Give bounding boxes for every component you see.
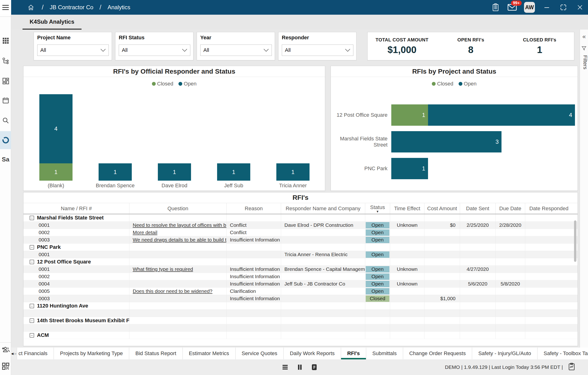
report-tab-safety-injury-gl-auto[interactable]: Safety - Injury/GL/Auto bbox=[472, 347, 537, 359]
column-header-date-responded[interactable]: Date Responded bbox=[525, 203, 573, 214]
table-group-row[interactable]: −PNC Park bbox=[23, 243, 578, 251]
stacked-column[interactable]: 1 bbox=[217, 163, 250, 181]
report-tab-submittals[interactable]: Submittals bbox=[366, 347, 403, 359]
table-row[interactable]: 0003We need drwgs details to be able to … bbox=[23, 236, 578, 243]
clipboard-icon[interactable] bbox=[491, 3, 500, 12]
kpi-value: $1,000 bbox=[388, 44, 416, 55]
add-user-icon[interactable] bbox=[0, 344, 11, 355]
apps-grid-icon[interactable] bbox=[0, 35, 11, 46]
open-segment[interactable]: 4 bbox=[428, 104, 575, 126]
messages-icon[interactable]: 99+ bbox=[507, 3, 517, 12]
year-dropdown[interactable]: All bbox=[200, 44, 272, 56]
report-tab-rfi-s[interactable]: RFI's bbox=[341, 347, 366, 359]
name-rfi-cell: −PNC Park bbox=[23, 243, 129, 251]
qr-code-icon[interactable] bbox=[0, 361, 11, 372]
column-header-date-sent[interactable]: Date Sent bbox=[460, 203, 495, 214]
open-segment[interactable]: 3 bbox=[391, 131, 502, 152]
collapse-group-icon[interactable]: − bbox=[30, 333, 34, 338]
rows-view-icon[interactable] bbox=[282, 364, 288, 370]
hamburger-menu-button[interactable] bbox=[0, 0, 11, 15]
breadcrumb-page[interactable]: Analytics bbox=[108, 4, 130, 11]
table-row[interactable]: 0002More detailConflictOpen bbox=[23, 229, 578, 236]
rfi-status-dropdown[interactable]: All bbox=[119, 44, 190, 56]
table-row[interactable]: 0002Insufficient InformationOpen bbox=[23, 273, 578, 280]
responder-cell bbox=[281, 236, 365, 243]
report-tab-bid-status-report[interactable]: Bid Status Report bbox=[129, 347, 182, 359]
report-log-icon[interactable] bbox=[568, 363, 575, 372]
stacked-column[interactable]: 1 bbox=[99, 163, 132, 181]
report-tab-daily-work-reports[interactable]: Daily Work Reports bbox=[284, 347, 341, 359]
funnel-icon[interactable] bbox=[581, 46, 587, 52]
analytics-active-icon[interactable] bbox=[0, 131, 11, 149]
column-header-cost-amount[interactable]: Cost Amount bbox=[424, 203, 460, 214]
table-row[interactable]: 0001What fitting type is requiredInsuffi… bbox=[23, 266, 578, 273]
table-row[interactable]: 0004Insufficient InformationJeff Sub - J… bbox=[23, 280, 578, 288]
dashboard-icon[interactable] bbox=[0, 76, 11, 86]
avatar[interactable]: AW bbox=[524, 2, 535, 13]
collapse-group-icon[interactable]: − bbox=[30, 304, 34, 308]
report-tab-projects-by-marketing-type[interactable]: Projects by Marketing Type bbox=[54, 347, 129, 359]
collapse-group-icon[interactable]: − bbox=[30, 245, 34, 250]
report-tab-ct-financials[interactable]: ct Financials bbox=[17, 347, 54, 359]
close-icon[interactable] bbox=[575, 3, 585, 12]
report-tab-safety-toolbox-talks-and-training-register[interactable]: Safety - Toolbox Talks and Training Regi… bbox=[537, 347, 588, 359]
sidebar-item-sa[interactable]: Sa bbox=[0, 156, 11, 163]
stacked-column[interactable]: 1 bbox=[158, 163, 191, 181]
column-header-status[interactable]: Status▼ bbox=[365, 203, 390, 214]
table-group-row[interactable]: −1120 Huntington Ave bbox=[23, 302, 578, 310]
responder-cell bbox=[281, 295, 365, 302]
time-effect-cell bbox=[390, 310, 424, 317]
collapse-group-icon[interactable]: − bbox=[30, 260, 34, 264]
time-effect-cell bbox=[390, 273, 424, 280]
question-cell bbox=[129, 280, 227, 287]
question-link[interactable]: What fitting type is required bbox=[133, 266, 193, 272]
page-tab-strip: K4Sub Analytics bbox=[11, 15, 588, 30]
columns-view-icon[interactable] bbox=[297, 364, 303, 370]
column-header-time-effect[interactable]: Time Effect bbox=[390, 203, 424, 214]
stacked-column[interactable]: 41 bbox=[39, 94, 73, 181]
filter-label: Responder bbox=[282, 35, 356, 41]
closed-segment[interactable]: 1 bbox=[391, 104, 428, 126]
table-group-row[interactable]: −14th Street Brooks Museum Exhibit Fitou… bbox=[23, 317, 578, 324]
collapse-group-icon[interactable]: − bbox=[30, 216, 34, 220]
column-header-due-date[interactable]: Due Date bbox=[495, 203, 525, 214]
column-header-reason[interactable]: Reason bbox=[227, 203, 281, 214]
collapse-group-icon[interactable]: − bbox=[30, 318, 34, 323]
calendar-icon[interactable] bbox=[0, 95, 11, 106]
table-group-row[interactable]: −12 Post Office Square bbox=[23, 258, 578, 266]
table-group-row[interactable]: −ACM bbox=[23, 332, 578, 339]
hierarchy-icon[interactable] bbox=[0, 56, 11, 67]
stacked-column[interactable]: 1 bbox=[276, 163, 310, 181]
expand-filters-chevrons-icon[interactable]: « bbox=[580, 33, 588, 40]
cost-amount-cell bbox=[424, 214, 460, 221]
restore-window-icon[interactable] bbox=[559, 3, 568, 12]
column-header-name-rfi-[interactable]: Name / RFI # bbox=[23, 203, 129, 214]
table-group-row[interactable]: −Marshal Fields State Street bbox=[23, 214, 578, 222]
report-tab-estimator-metrics[interactable]: Estimator Metrics bbox=[183, 347, 236, 359]
question-link[interactable]: More detail bbox=[133, 230, 157, 235]
notes-view-icon[interactable] bbox=[311, 364, 317, 370]
home-icon[interactable] bbox=[26, 3, 36, 12]
column-header-responder-name-and-company[interactable]: Responder Name and Company bbox=[281, 203, 365, 214]
question-link[interactable]: Does this door need to be widened? bbox=[133, 288, 212, 294]
report-tab-service-quotes[interactable]: Service Quotes bbox=[236, 347, 284, 359]
table-row[interactable]: 0001Need to resolve the layout of office… bbox=[23, 222, 578, 229]
tab-scroll-left-icon[interactable]: ◀ bbox=[11, 352, 13, 355]
report-tab-change-order-requests[interactable]: Change Order Requests bbox=[403, 347, 472, 359]
tab-scroll-right-icon[interactable]: ▶ bbox=[14, 352, 17, 355]
filters-rail-label[interactable]: Filters bbox=[580, 54, 588, 69]
table-row[interactable]: 0005Does this door need to be widened?Cl… bbox=[23, 288, 578, 295]
column-header-question[interactable]: Question bbox=[129, 203, 227, 214]
table-scrollbar-thumb[interactable] bbox=[574, 220, 576, 262]
project-name-dropdown[interactable]: All bbox=[37, 44, 109, 56]
question-link[interactable]: Need to resolve the layout of offices wi… bbox=[133, 222, 227, 228]
table-row[interactable]: 0003Insufficient InformationClosed$1,000 bbox=[23, 295, 578, 302]
minimize-icon[interactable] bbox=[542, 3, 552, 12]
responder-dropdown[interactable]: All bbox=[282, 44, 353, 56]
question-link[interactable]: We need drwgs details to be able to buil… bbox=[133, 237, 227, 243]
search-icon[interactable] bbox=[0, 115, 11, 126]
breadcrumb-company[interactable]: JB Contractor Co bbox=[50, 4, 93, 11]
table-row[interactable]: 0001Tricia Anner - Renna ElectricOpen bbox=[23, 251, 578, 258]
tab-k4sub-analytics[interactable]: K4Sub Analytics bbox=[22, 15, 82, 30]
open-segment[interactable]: 1 bbox=[391, 158, 428, 179]
